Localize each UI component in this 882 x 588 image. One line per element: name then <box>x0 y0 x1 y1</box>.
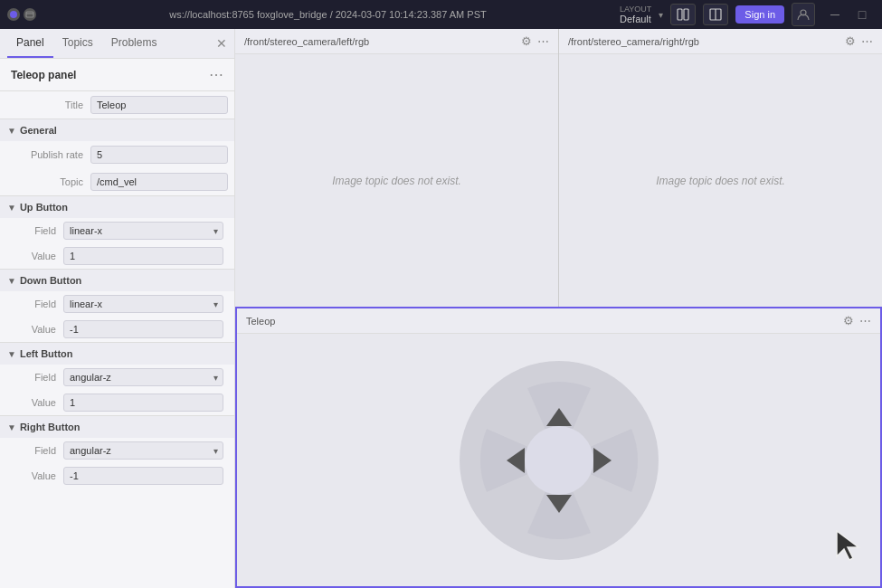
publish-rate-label: Publish rate <box>11 149 83 160</box>
up-field-row: Field linear-xlinear-ylinear-zangular-xa… <box>0 218 234 243</box>
left-panel-message: Image topic does not exist. <box>332 175 461 187</box>
svg-rect-3 <box>678 9 682 20</box>
left-image-panel: /front/stereo_camera/left/rgb ⚙ ⋯ Image … <box>235 29 559 307</box>
titlebar-right: LAYOUT Default ▾ Sign in ─ □ <box>620 3 875 26</box>
right-field-select[interactable]: linear-xlinear-ylinear-zangular-xangular… <box>63 441 223 460</box>
teleop-menu-icon[interactable]: ⋯ <box>859 314 871 327</box>
topic-row: Topic <box>0 168 234 195</box>
minimize-btn[interactable]: ─ <box>822 4 848 25</box>
right-panel-header: /front/stereo_camera/right/rgb ⚙ ⋯ <box>559 29 882 54</box>
publish-rate-row: Publish rate <box>0 141 234 168</box>
user-icon-btn[interactable] <box>792 3 815 26</box>
left-value-row: Value <box>0 390 234 415</box>
tab-topics[interactable]: Topics <box>53 29 102 58</box>
teleop-body <box>237 334 880 586</box>
left-panel-settings-icon[interactable]: ⚙ <box>521 34 532 48</box>
right-panel-menu-icon[interactable]: ⋯ <box>861 34 873 48</box>
up-field-select-wrapper: linear-xlinear-ylinear-zangular-xangular… <box>63 222 223 240</box>
split-layout-btn[interactable] <box>703 4 728 25</box>
titlebar: ws://localhost:8765 foxglove_bridge / 20… <box>0 0 882 29</box>
down-field-label: Field <box>11 299 56 309</box>
tab-icon[interactable] <box>24 8 36 21</box>
right-panel-message: Image topic does not exist. <box>656 175 785 187</box>
left-field-label: Field <box>11 372 56 383</box>
teleop-title: Teleop <box>246 316 838 327</box>
right-panel-title: /front/stereo_camera/right/rgb <box>568 36 839 47</box>
panel-header: Teleop panel ⋯ <box>0 59 234 91</box>
teleop-header: Teleop ⚙ ⋯ <box>237 308 880 334</box>
panel-layout-btn[interactable] <box>670 4 696 25</box>
panel-content: Title ▼ General Publish rate Topic ▼ Up … <box>0 91 234 588</box>
right-button-title: Right Button <box>20 422 81 432</box>
title-input[interactable] <box>90 96 228 114</box>
title-label: Title <box>11 100 83 110</box>
layout-dropdown-icon[interactable]: ▾ <box>659 10 663 20</box>
app-icons <box>7 8 36 21</box>
layout-selector[interactable]: LAYOUT Default ▾ <box>620 5 663 24</box>
sign-in-button[interactable]: Sign in <box>735 5 784 24</box>
down-value-input[interactable] <box>63 320 223 338</box>
up-button-section[interactable]: ▼ Up Button <box>0 195 234 218</box>
app-icon <box>7 8 20 21</box>
right-panel-settings-icon[interactable]: ⚙ <box>845 34 856 48</box>
right-field-select-wrapper: linear-xlinear-ylinear-zangular-xangular… <box>63 441 223 460</box>
left-button-section[interactable]: ▼ Left Button <box>0 342 234 365</box>
layout-info: LAYOUT Default <box>620 5 651 24</box>
topic-label: Topic <box>11 176 83 187</box>
window-controls: ─ □ <box>822 4 875 25</box>
maximize-btn[interactable]: □ <box>849 4 875 25</box>
svg-rect-1 <box>26 12 33 17</box>
tab-panel[interactable]: Panel <box>7 29 53 58</box>
panel-title: Teleop panel <box>11 69 76 81</box>
down-field-select[interactable]: linear-xlinear-ylinear-zangular-xangular… <box>63 295 223 313</box>
up-value-row: Value <box>0 243 234 269</box>
dpad-container <box>450 352 668 569</box>
teleop-panel: Teleop ⚙ ⋯ <box>235 307 882 588</box>
left-panel-title: /front/stereo_camera/left/rgb <box>244 36 516 47</box>
right-value-input[interactable] <box>63 467 223 485</box>
tab-problems[interactable]: Problems <box>102 29 166 58</box>
right-area: /front/stereo_camera/left/rgb ⚙ ⋯ Image … <box>235 29 882 588</box>
left-panel-header: /front/stereo_camera/left/rgb ⚙ ⋯ <box>235 29 558 54</box>
left-panel-menu-icon[interactable]: ⋯ <box>537 34 549 48</box>
app-body: Panel Topics Problems ✕ Teleop panel ⋯ T… <box>0 29 882 588</box>
up-value-label: Value <box>11 251 56 261</box>
top-panels-row: /front/stereo_camera/left/rgb ⚙ ⋯ Image … <box>235 29 882 307</box>
teleop-settings-icon[interactable]: ⚙ <box>843 314 854 327</box>
left-value-input[interactable] <box>63 394 223 412</box>
right-value-row: Value <box>0 463 234 488</box>
left-btn-arrow: ▼ <box>7 349 16 359</box>
general-section[interactable]: ▼ General <box>0 119 234 141</box>
up-arrow: ▼ <box>7 203 16 213</box>
publish-rate-input[interactable] <box>90 146 228 164</box>
right-button-section[interactable]: ▼ Right Button <box>0 415 234 438</box>
right-btn-arrow: ▼ <box>7 422 16 432</box>
svg-point-0 <box>10 11 17 18</box>
connection-info: ws://localhost:8765 foxglove_bridge / 20… <box>43 9 612 20</box>
panel-menu-btn[interactable]: ⋯ <box>209 66 223 83</box>
svg-marker-8 <box>837 531 858 560</box>
down-value-label: Value <box>11 324 56 335</box>
general-title: General <box>20 125 57 136</box>
down-field-row: Field linear-xlinear-ylinear-zangular-xa… <box>0 291 234 317</box>
right-field-row: Field linear-xlinear-ylinear-zangular-xa… <box>0 438 234 463</box>
down-value-row: Value <box>0 317 234 342</box>
panel-tab-close[interactable]: ✕ <box>216 36 227 51</box>
left-field-row: Field linear-xlinear-ylinear-zangular-xa… <box>0 365 234 390</box>
down-arrow: ▼ <box>7 276 16 286</box>
left-field-select-wrapper: linear-xlinear-ylinear-zangular-xangular… <box>63 368 223 386</box>
right-panel-body: Image topic does not exist. <box>559 54 882 307</box>
up-value-input[interactable] <box>63 247 223 265</box>
left-panel-body: Image topic does not exist. <box>235 54 558 307</box>
title-row: Title <box>0 91 234 119</box>
down-button-section[interactable]: ▼ Down Button <box>0 269 234 291</box>
topic-input[interactable] <box>90 173 228 191</box>
up-field-select[interactable]: linear-xlinear-ylinear-zangular-xangular… <box>63 222 223 240</box>
dpad-center <box>525 426 593 495</box>
right-image-panel: /front/stereo_camera/right/rgb ⚙ ⋯ Image… <box>559 29 882 307</box>
up-button-title: Up Button <box>20 202 68 213</box>
right-field-label: Field <box>11 445 56 456</box>
dpad-svg <box>460 361 659 560</box>
left-field-select[interactable]: linear-xlinear-ylinear-zangular-xangular… <box>63 368 223 386</box>
up-field-label: Field <box>11 225 56 236</box>
